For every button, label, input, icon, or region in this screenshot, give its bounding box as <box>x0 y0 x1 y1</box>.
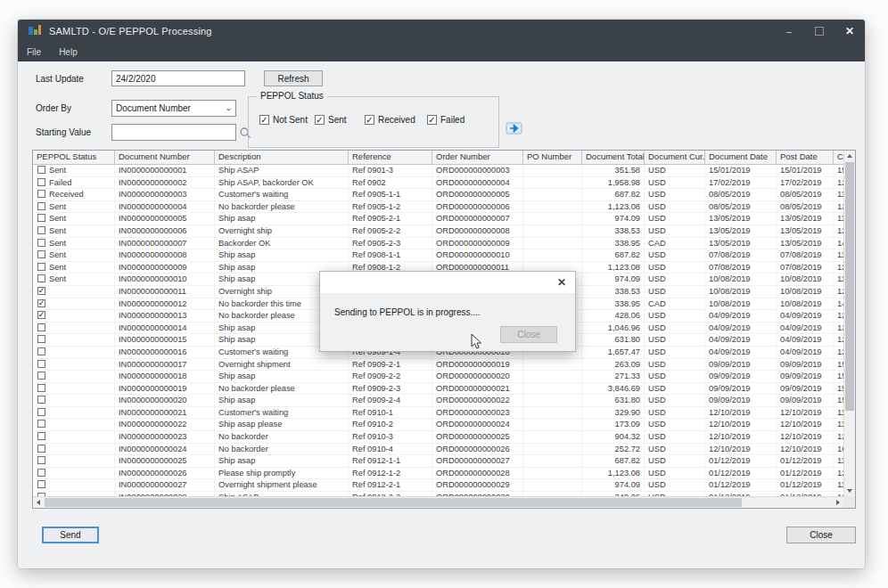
last-update-input[interactable] <box>111 70 245 86</box>
cell-po <box>523 455 582 467</box>
checkbox-icon[interactable]: ✓ <box>427 115 437 125</box>
row-checkbox[interactable] <box>37 190 45 198</box>
table-row[interactable]: IN0000000000022Ship asap pleaseRef 0910-… <box>33 419 844 431</box>
row-checkbox[interactable]: ✓ <box>37 287 45 295</box>
cell-desc: Ship asap please <box>215 419 349 430</box>
table-row[interactable]: IN0000000000025Ship asapRef 0912-1-1ORD0… <box>33 455 844 468</box>
vertical-scrollbar[interactable] <box>843 151 855 496</box>
order-by-select[interactable]: Document Number ⌄ <box>111 100 236 117</box>
status-filter-not-sent[interactable]: ✓Not Sent <box>259 115 308 125</box>
status-filter-failed[interactable]: ✓Failed <box>427 115 465 125</box>
table-row[interactable]: SentIN0000000000005Ship asapRef 0905-2-1… <box>33 213 844 225</box>
scroll-up-arrow[interactable] <box>844 151 855 161</box>
row-checkbox[interactable] <box>37 420 45 428</box>
column-header-order[interactable]: Order Number <box>432 151 523 164</box>
horizontal-scroll-thumb[interactable] <box>45 498 742 507</box>
table-row[interactable]: SentIN0000000000007Backorder OKRef 0905-… <box>33 238 844 250</box>
cell-status <box>33 359 115 371</box>
column-header-doc[interactable]: Document Number <box>115 151 215 164</box>
row-checkbox[interactable] <box>37 202 45 210</box>
column-header-po[interactable]: PO Number <box>523 151 582 164</box>
checkbox-icon[interactable]: ✓ <box>259 115 269 125</box>
row-checkbox[interactable] <box>37 263 45 271</box>
status-filter-received[interactable]: ✓Received <box>365 115 415 125</box>
table-row[interactable]: SentIN0000000000006Overnight shipRef 090… <box>33 225 844 238</box>
refresh-button[interactable]: Refresh <box>264 70 323 86</box>
row-checkbox[interactable] <box>37 347 45 355</box>
scroll-left-arrow[interactable] <box>33 497 44 508</box>
column-header-ref[interactable]: Reference <box>349 151 432 164</box>
close-window-button[interactable]: ✕ <box>835 20 865 43</box>
grid-header: PEPPOL StatusDocument NumberDescriptionR… <box>33 151 844 165</box>
status-filter-sent[interactable]: ✓Sent <box>315 115 347 125</box>
app-icon <box>29 25 41 37</box>
scroll-right-arrow[interactable] <box>833 497 843 508</box>
row-checkbox[interactable] <box>37 214 45 222</box>
maximize-button[interactable] <box>804 20 835 43</box>
row-checkbox[interactable] <box>37 274 45 282</box>
column-header-status[interactable]: PEPPOL Status <box>33 151 115 164</box>
table-row[interactable]: IN0000000000018Ship asapRef 0909-2-2ORD0… <box>33 371 844 383</box>
table-row[interactable]: IN0000000000026Please ship promptlyRef 0… <box>33 468 844 480</box>
row-checkbox[interactable] <box>37 480 45 488</box>
cell-docdate: 07/08/2019 <box>705 262 777 274</box>
table-row[interactable]: IN0000000000020Ship asapRef 0909-2-4ORD0… <box>33 395 844 407</box>
table-row[interactable]: IN0000000000017Overnight shipmentRef 090… <box>33 359 844 372</box>
table-row[interactable]: IN0000000000021Customer's waitingRef 091… <box>33 407 844 420</box>
row-checkbox[interactable] <box>37 396 45 404</box>
row-checkbox[interactable] <box>37 384 45 392</box>
row-checkbox[interactable] <box>37 372 45 380</box>
vertical-scroll-thumb[interactable] <box>845 162 854 411</box>
row-checkbox[interactable] <box>37 469 45 477</box>
table-row[interactable]: IN0000000000019No backorder pleaseRef 09… <box>33 383 844 396</box>
row-checkbox[interactable] <box>37 432 45 440</box>
checkbox-icon[interactable]: ✓ <box>315 115 325 125</box>
table-row[interactable]: IN0000000000024No backorderRef 0910-4ORD… <box>33 444 844 456</box>
minimize-button[interactable]: – <box>774 20 804 43</box>
row-checkbox[interactable] <box>37 226 45 234</box>
close-button[interactable]: Close <box>786 527 856 543</box>
row-checkbox[interactable] <box>37 335 45 343</box>
table-row[interactable]: SentIN0000000000001Ship ASAPRef 0901-3OR… <box>33 165 844 177</box>
column-header-total[interactable]: Document Total <box>582 151 645 164</box>
cell-total: 173.09 <box>582 419 645 430</box>
row-checkbox[interactable] <box>37 166 45 174</box>
table-row[interactable]: FailedIN0000000000002Ship ASAP, backorde… <box>33 177 844 190</box>
starting-value-input[interactable] <box>111 124 236 141</box>
dialog-close-button-disabled[interactable]: Close <box>500 326 557 343</box>
table-row[interactable]: IN0000000000023No backorderRef 0910-3ORD… <box>33 431 844 444</box>
cell-postdate: 10/08/2019 <box>777 298 834 310</box>
column-header-postdate[interactable]: Post Date <box>777 151 834 164</box>
row-checkbox[interactable]: ✓ <box>37 311 45 319</box>
row-checkbox[interactable] <box>37 178 45 186</box>
horizontal-scrollbar[interactable] <box>33 496 843 508</box>
column-header-desc[interactable]: Description <box>215 151 349 164</box>
menu-file[interactable]: File <box>18 47 50 57</box>
scroll-down-arrow[interactable] <box>844 486 855 496</box>
row-checkbox[interactable] <box>37 250 45 258</box>
row-checkbox[interactable] <box>37 456 45 464</box>
checkbox-icon[interactable]: ✓ <box>365 115 374 125</box>
cell-doc: IN0000000000018 <box>115 371 215 382</box>
cell-total: 1,123.08 <box>582 262 645 274</box>
column-header-cur[interactable]: Document Cur... <box>645 151 705 164</box>
go-button[interactable] <box>505 120 524 136</box>
row-checkbox[interactable] <box>37 360 45 368</box>
send-button[interactable]: Send <box>42 527 99 543</box>
table-row[interactable]: SentIN0000000000008Ship asapRef 0908-1-1… <box>33 249 844 262</box>
menu-help[interactable]: Help <box>50 47 86 57</box>
table-row[interactable]: IN0000000000027Overnight shipment please… <box>33 479 844 492</box>
cell-order: ORD000000000009 <box>432 238 523 249</box>
row-checkbox[interactable] <box>37 408 45 416</box>
dialog-close-icon[interactable]: ✕ <box>557 277 566 288</box>
cell-po <box>523 189 582 200</box>
row-checkbox[interactable] <box>37 323 45 331</box>
cell-postdate: 01/12/2019 <box>777 455 834 467</box>
cell-doc: IN0000000000011 <box>115 286 215 298</box>
row-checkbox[interactable] <box>37 445 45 453</box>
table-row[interactable]: ReceivedIN0000000000003Customer's waitin… <box>33 189 844 201</box>
row-checkbox[interactable] <box>37 239 45 247</box>
table-row[interactable]: SentIN0000000000004No backorder pleaseRe… <box>33 201 844 214</box>
column-header-docdate[interactable]: Document Date <box>705 151 777 164</box>
row-checkbox[interactable]: ✓ <box>37 299 45 307</box>
